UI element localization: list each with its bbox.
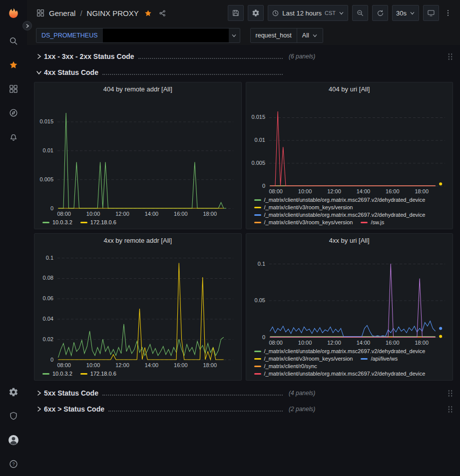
legend-label: /_matrix/client/r0/sync bbox=[264, 363, 317, 369]
favorite-star-button[interactable] bbox=[143, 8, 153, 18]
svg-text:08:00: 08:00 bbox=[57, 211, 71, 217]
refresh-button[interactable] bbox=[372, 5, 388, 21]
search-button[interactable] bbox=[0, 29, 27, 53]
legend-item[interactable]: 172.18.0.6 bbox=[80, 371, 116, 377]
timezone-label: CST bbox=[325, 10, 336, 16]
legend-item[interactable]: /_matrix/client/v3/room_keys/version bbox=[254, 219, 353, 225]
legend-item[interactable]: 10.0.3.2 bbox=[42, 371, 72, 377]
svg-text:10:00: 10:00 bbox=[86, 362, 100, 368]
gear-icon bbox=[252, 9, 260, 17]
zoom-out-time-button[interactable] bbox=[352, 5, 368, 21]
save-icon bbox=[232, 9, 240, 17]
legend-swatch-icon bbox=[254, 351, 261, 352]
svg-text:08:00: 08:00 bbox=[269, 188, 283, 194]
sidebar-expand-toggle[interactable] bbox=[22, 21, 32, 30]
dashboards-grid-icon bbox=[8, 84, 18, 94]
legend-item[interactable]: 172.18.0.6 bbox=[80, 219, 116, 225]
topbar-actions: Last 12 hours CST 30s bbox=[228, 5, 453, 21]
server-admin-shield-icon bbox=[8, 411, 18, 421]
panel-title[interactable]: 4xx by uri [All] bbox=[246, 234, 453, 248]
sidebar-item-dashboards[interactable] bbox=[0, 77, 27, 101]
row-6xx[interactable]: 6xx > Status Code (2 panels) bbox=[34, 403, 453, 416]
refresh-interval-dropdown[interactable]: 30s bbox=[392, 5, 419, 21]
row-5xx[interactable]: 5xx Status Code (4 panels) bbox=[34, 387, 453, 400]
chevron-down-icon bbox=[339, 10, 344, 16]
legend-item[interactable]: 10.0.3.2 bbox=[42, 219, 72, 225]
chevron-down-icon bbox=[34, 69, 44, 75]
legend-label: /sw.js bbox=[371, 219, 384, 225]
svg-text:14:00: 14:00 bbox=[145, 211, 159, 217]
legend-label: 10.0.3.2 bbox=[52, 371, 72, 377]
svg-text:0.1: 0.1 bbox=[257, 261, 265, 267]
row-title: 4xx Status Code bbox=[44, 68, 98, 76]
row-panel-count: (2 panels) bbox=[289, 406, 315, 413]
svg-text:0.005: 0.005 bbox=[251, 160, 265, 166]
time-range-picker[interactable]: Last 12 hours CST bbox=[268, 5, 348, 21]
legend-item[interactable]: /_matrix/client/unstable/org.matrix.msc2… bbox=[254, 371, 426, 377]
datasource-variable-label: DS_PROMETHEUS bbox=[36, 28, 103, 42]
sidebar-item-starred[interactable] bbox=[0, 53, 27, 77]
dashboard-title[interactable]: NGINX PROXY bbox=[87, 9, 139, 17]
legend-swatch-icon bbox=[361, 222, 368, 223]
sidebar-item-server-admin[interactable] bbox=[0, 404, 27, 428]
kebab-menu-button[interactable] bbox=[443, 8, 453, 18]
legend-item[interactable]: /sw.js bbox=[361, 219, 384, 225]
kiosk-mode-button[interactable] bbox=[423, 5, 439, 21]
refresh-interval-value: 30s bbox=[396, 9, 407, 17]
row-1xx-3xx-2xx[interactable]: 1xx - 3xx - 2xx Status Code (6 panels) bbox=[34, 50, 453, 63]
chevron-down-icon bbox=[410, 10, 415, 16]
panel-4xx-by-remote-addr: 4xx by remote addr [All] 00.020.040.060.… bbox=[34, 233, 242, 381]
svg-text:08:00: 08:00 bbox=[57, 362, 71, 368]
svg-text:0.015: 0.015 bbox=[251, 114, 265, 120]
datasource-dropdown-toggle[interactable] bbox=[229, 28, 240, 42]
time-range-label: Last 12 hours bbox=[282, 9, 322, 17]
drag-handle-icon[interactable] bbox=[448, 406, 453, 413]
legend-label: /_matrix/client/unstable/org.matrix.msc2… bbox=[264, 371, 426, 377]
svg-text:0.04: 0.04 bbox=[43, 316, 53, 322]
breadcrumb-section[interactable]: General bbox=[49, 9, 75, 17]
panel-title[interactable]: 4xx by remote addr [All] bbox=[34, 234, 241, 248]
sidebar-item-configuration[interactable] bbox=[0, 380, 27, 404]
svg-text:0.1: 0.1 bbox=[46, 255, 53, 261]
row-title: 5xx Status Code bbox=[44, 389, 98, 397]
sidebar-item-profile[interactable] bbox=[0, 428, 27, 452]
svg-text:14:00: 14:00 bbox=[145, 362, 159, 368]
chevron-down-icon bbox=[312, 33, 318, 38]
request-host-variable-value[interactable]: All bbox=[297, 28, 323, 42]
panel-title[interactable]: 404 by remote addr [All] bbox=[34, 82, 241, 96]
search-icon bbox=[8, 36, 18, 46]
sidebar-item-alerting[interactable] bbox=[0, 125, 27, 149]
sidebar-item-help[interactable]: ? bbox=[0, 452, 27, 476]
dashboard-settings-button[interactable] bbox=[248, 5, 264, 21]
legend-label: 172.18.0.6 bbox=[90, 219, 116, 225]
legend-swatch-icon bbox=[42, 222, 49, 223]
svg-text:18:00: 18:00 bbox=[415, 188, 429, 194]
legend-item[interactable]: /_matrix/client/unstable/org.matrix.msc2… bbox=[254, 197, 426, 203]
panel-4xx-by-uri: 4xx by uri [All] 00.050.108:0010:0012:00… bbox=[246, 233, 454, 381]
legend-item[interactable]: /_matrix/client/unstable/org.matrix.msc2… bbox=[254, 348, 426, 354]
legend: 10.0.3.2172.18.0.6 bbox=[34, 370, 241, 380]
legend-swatch-icon bbox=[80, 222, 87, 223]
panel-title[interactable]: 404 by uri [All] bbox=[246, 82, 453, 96]
row-dotted-leader bbox=[138, 58, 283, 59]
drag-handle-icon[interactable] bbox=[448, 53, 453, 60]
save-dashboard-button[interactable] bbox=[228, 5, 244, 21]
sidebar-item-explore[interactable] bbox=[0, 101, 27, 125]
legend-item[interactable]: /api/live/ws bbox=[361, 356, 398, 362]
legend-item[interactable]: /_matrix/client/v3/room_keys/version bbox=[254, 204, 353, 210]
row-4xx[interactable]: 4xx Status Code bbox=[34, 66, 453, 79]
legend-swatch-icon bbox=[254, 199, 261, 201]
drag-handle-icon[interactable] bbox=[448, 390, 453, 397]
svg-text:16:00: 16:00 bbox=[174, 211, 188, 217]
legend-label: /_matrix/client/v3/room_keys/version bbox=[264, 219, 353, 225]
legend-item[interactable]: /_matrix/client/unstable/org.matrix.msc2… bbox=[254, 212, 426, 218]
legend-item[interactable]: /_matrix/client/r0/sync bbox=[254, 363, 317, 369]
svg-text:0.08: 0.08 bbox=[43, 275, 53, 281]
legend-label: 172.18.0.6 bbox=[90, 371, 116, 377]
legend-item[interactable]: /_matrix/client/v3/room_keys/version bbox=[254, 356, 353, 362]
legend-swatch-icon bbox=[42, 373, 49, 375]
share-button[interactable] bbox=[157, 8, 168, 18]
svg-text:0.05: 0.05 bbox=[254, 297, 265, 303]
datasource-variable-value[interactable] bbox=[103, 28, 229, 42]
legend-swatch-icon bbox=[254, 214, 261, 216]
